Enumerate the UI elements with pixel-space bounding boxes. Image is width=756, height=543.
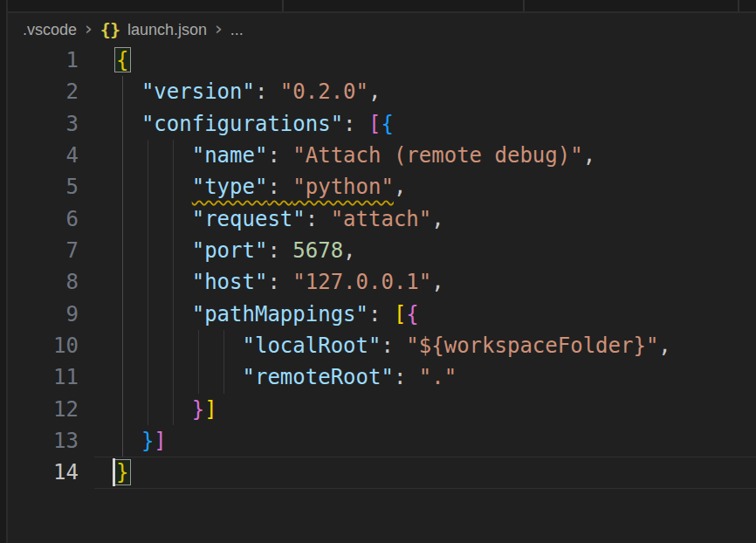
code-text: "port": 5678,	[116, 235, 356, 266]
code-token: "${workspaceFolder}"	[406, 333, 658, 358]
code-token: ,	[343, 238, 355, 263]
tab-separator	[523, 0, 525, 11]
code-text: "pathMappings": [{	[116, 299, 419, 330]
code-token: "127.0.0.1"	[292, 270, 431, 294]
code-token: :	[343, 112, 368, 136]
code-line[interactable]: 1{	[0, 45, 756, 76]
line-number[interactable]: 11	[0, 361, 79, 393]
breadcrumb-item-file[interactable]: launch.json	[127, 21, 207, 39]
line-number[interactable]: 4	[0, 140, 79, 171]
breadcrumb-item-folder[interactable]: .vscode	[23, 21, 77, 39]
code-token: "name"	[192, 143, 268, 168]
code-text: }	[116, 457, 128, 488]
code-area[interactable]: 1{2 "version": "0.2.0",3 "configurations…	[0, 45, 756, 489]
code-token: :	[394, 365, 419, 389]
code-text: "name": "Attach (remote debug)",	[116, 140, 595, 171]
code-text: "version": "0.2.0",	[116, 76, 381, 107]
code-line[interactable]: 14}	[0, 457, 756, 488]
code-token: "port"	[192, 238, 268, 263]
code-token: :	[381, 333, 406, 358]
code-token: [	[368, 112, 381, 136]
code-line[interactable]: 4 "name": "Attach (remote debug)",	[0, 140, 756, 171]
text-cursor	[113, 458, 115, 486]
code-text: {	[116, 45, 128, 76]
code-line[interactable]: 12 }]	[0, 394, 756, 425]
line-number[interactable]: 5	[0, 171, 79, 203]
code-token: ,	[431, 207, 443, 231]
code-token: :	[267, 270, 292, 294]
json-file-icon: {}	[100, 19, 120, 40]
code-token: :	[368, 302, 394, 326]
code-line[interactable]: 6 "request": "attach",	[0, 203, 756, 235]
code-token: :	[306, 207, 331, 231]
code-token: }	[192, 397, 204, 422]
code-token: "python"	[292, 175, 394, 199]
code-token: "version"	[141, 79, 255, 104]
code-token: ]	[154, 429, 166, 453]
line-number[interactable]: 9	[0, 299, 79, 330]
code-token: "0.2.0"	[280, 79, 368, 104]
code-token: "Attach (remote debug)"	[292, 143, 582, 168]
matched-bracket: {	[116, 45, 128, 76]
code-line[interactable]: 3 "configurations": [{	[0, 108, 756, 140]
code-line[interactable]: 5 "type": "python",	[0, 171, 756, 203]
code-token: {	[406, 302, 418, 326]
tab-bar	[0, 0, 756, 13]
line-number[interactable]: 7	[0, 235, 79, 266]
breadcrumb: .vscode › {} launch.json › ...	[8, 15, 756, 45]
code-line[interactable]: 9 "pathMappings": [{	[0, 299, 756, 330]
code-token: :	[267, 143, 292, 168]
code-token: ,	[431, 270, 443, 294]
code-line[interactable]: 7 "port": 5678,	[0, 235, 756, 266]
line-number[interactable]: 8	[0, 266, 79, 298]
code-line[interactable]: 8 "host": "127.0.0.1",	[0, 266, 756, 298]
code-line[interactable]: 11 "remoteRoot": "."	[0, 361, 756, 393]
line-number[interactable]: 13	[0, 425, 79, 457]
code-text: "remoteRoot": "."	[116, 361, 457, 393]
code-token: "pathMappings"	[192, 302, 368, 326]
code-text: "host": "127.0.0.1",	[116, 266, 444, 298]
line-number[interactable]: 14	[0, 457, 79, 488]
code-token: {	[381, 112, 393, 136]
line-number[interactable]: 1	[0, 45, 79, 76]
tab-separator	[282, 0, 284, 11]
line-number[interactable]: 3	[0, 108, 79, 140]
code-line[interactable]: 10 "localRoot": "${workspaceFolder}",	[0, 330, 756, 361]
code-token: :	[255, 79, 280, 104]
code-text: "localRoot": "${workspaceFolder}",	[116, 330, 671, 361]
code-text: }]	[116, 394, 217, 425]
current-line-highlight	[94, 457, 756, 488]
code-token: "configurations"	[141, 112, 343, 136]
tab-separator	[738, 0, 739, 11]
line-number[interactable]: 10	[0, 330, 79, 361]
code-token: 5678	[292, 238, 343, 263]
code-token: }	[141, 429, 154, 453]
line-number[interactable]: 12	[0, 394, 79, 425]
code-token: :	[267, 238, 292, 263]
code-line[interactable]: 13 }]	[0, 425, 756, 457]
code-text: "type": "python",	[116, 171, 406, 203]
code-token: "host"	[192, 270, 268, 294]
code-text: }]	[116, 425, 167, 457]
code-token: [	[394, 302, 406, 326]
code-token: "attach"	[331, 207, 432, 231]
code-text: "request": "attach",	[116, 203, 444, 235]
code-token: "type"	[192, 175, 268, 199]
code-token: ]	[204, 397, 216, 422]
matched-bracket: }	[116, 457, 128, 488]
line-number[interactable]: 6	[0, 203, 79, 235]
code-line[interactable]: 2 "version": "0.2.0",	[0, 76, 756, 107]
code-token: ,	[368, 79, 381, 104]
line-number[interactable]: 2	[0, 76, 79, 107]
code-text: "configurations": [{	[116, 108, 394, 140]
chevron-right-icon: ›	[215, 19, 223, 38]
code-token: ,	[583, 143, 595, 168]
code-token: "."	[419, 365, 457, 389]
vscode-editor-window: { "breadcrumb": { "folder": ".vscode", "…	[0, 0, 756, 543]
sidebar-edge	[0, 0, 8, 543]
chevron-right-icon: ›	[85, 19, 93, 38]
code-token: ,	[658, 333, 670, 358]
code-token: :	[267, 175, 292, 199]
breadcrumb-overflow[interactable]: ...	[230, 21, 244, 39]
code-token: "localRoot"	[243, 333, 381, 358]
